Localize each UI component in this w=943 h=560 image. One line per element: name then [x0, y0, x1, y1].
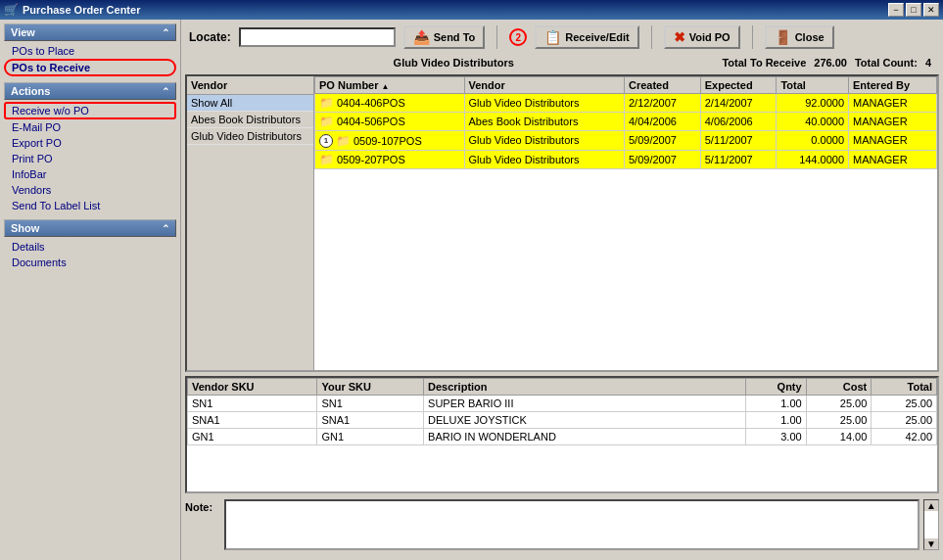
entered-by-cell: MANAGER: [849, 131, 937, 151]
detail-your-sku-cell: GN1: [317, 429, 424, 445]
locate-input[interactable]: [239, 27, 396, 47]
toolbar-separator-3: [752, 25, 753, 49]
created-header[interactable]: Created: [625, 77, 701, 94]
po-table-row[interactable]: 1 📁 0509-107POS Glub Video Distributors …: [315, 131, 937, 151]
view-section-header[interactable]: View ⌃: [4, 23, 176, 41]
po-table-row[interactable]: 📁 0509-207POS Glub Video Distributors 5/…: [315, 150, 937, 168]
sidebar-item-vendors[interactable]: Vendors: [4, 182, 176, 198]
show-section-header[interactable]: Show ⌃: [4, 219, 176, 237]
po-table-container: PO Number ▲ Vendor Created Expected Tota…: [314, 76, 937, 370]
sidebar-item-send-to-label-list[interactable]: Send To Label List: [4, 198, 176, 213]
toolbar-separator: [496, 25, 497, 49]
entered-by-header[interactable]: Entered By: [849, 77, 937, 94]
view-section-items: POs to Place POs to Receive: [4, 41, 176, 78]
content-area: Locate: 📤 Send To 2 📋 Receive/Edit ✖ Voi…: [181, 20, 943, 560]
detail-qnty-cell: 1.00: [745, 396, 806, 412]
folder-icon: 📁: [319, 153, 334, 166]
actions-chevron-icon: ⌃: [162, 86, 169, 97]
view-section: View ⌃ POs to Place POs to Receive: [4, 23, 176, 78]
detail-total-cell: 25.00: [872, 412, 937, 429]
note-scrollbar-down[interactable]: ▼: [924, 538, 938, 549]
total-cell: 40.0000: [777, 113, 849, 131]
sidebar-item-email-po[interactable]: E-Mail PO: [4, 119, 176, 135]
detail-vendor-sku-header[interactable]: Vendor SKU: [188, 379, 317, 396]
total-count-value: 4: [925, 57, 931, 69]
sidebar-item-export-po[interactable]: Export PO: [4, 135, 176, 151]
maximize-button[interactable]: □: [906, 3, 921, 17]
locate-label: Locate:: [189, 30, 231, 44]
detail-table-row[interactable]: GN1 GN1 BARIO IN WONDERLAND 3.00 14.00 4…: [188, 429, 937, 445]
sidebar-item-documents[interactable]: Documents: [4, 255, 176, 270]
detail-cost-cell: 25.00: [806, 412, 872, 429]
sidebar-item-receive-wo-po[interactable]: Receive w/o PO: [4, 102, 176, 119]
actions-section-items: Receive w/o PO E-Mail PO Export PO Print…: [4, 100, 176, 215]
toolbar-separator-2: [651, 25, 652, 49]
total-to-receive-label: Total To Receive: [722, 57, 806, 69]
vendor-cell: Glub Video Distributors: [464, 150, 624, 168]
folder-icon: 📁: [319, 115, 334, 128]
detail-total-cell: 25.00: [872, 396, 937, 412]
po-table: PO Number ▲ Vendor Created Expected Tota…: [314, 76, 937, 169]
total-to-receive-value: 276.00: [814, 57, 847, 69]
sidebar-item-details[interactable]: Details: [4, 239, 176, 255]
detail-cost-cell: 14.00: [806, 429, 872, 445]
receive-edit-button[interactable]: 📋 Receive/Edit: [535, 25, 638, 49]
detail-description-header[interactable]: Description: [424, 379, 745, 396]
total-cell: 144.0000: [777, 150, 849, 168]
note-input[interactable]: [224, 499, 919, 550]
detail-qnty-header[interactable]: Qnty: [745, 379, 806, 396]
note-section: Note: ▲ ▼: [185, 497, 939, 556]
distributor-name: Glub Video Distributors: [193, 57, 714, 69]
vendor-cell: Abes Book Distributors: [464, 113, 624, 131]
total-count-label: Total Count:: [855, 57, 918, 69]
folder-icon: 📁: [336, 134, 351, 148]
toolbar: Locate: 📤 Send To 2 📋 Receive/Edit ✖ Voi…: [185, 23, 939, 51]
folder-icon: 📁: [319, 96, 334, 110]
po-table-row[interactable]: 📁 0404-406POS Glub Video Distributors 2/…: [315, 94, 937, 113]
vendor-list: Vendor Show All Abes Book Distributors G…: [187, 76, 314, 370]
main-container: View ⌃ POs to Place POs to Receive Actio…: [0, 20, 943, 560]
vendor-item-glub[interactable]: Glub Video Distributors: [187, 128, 313, 145]
title-bar-controls: − □ ✕: [888, 3, 939, 17]
close-icon: 🚪: [775, 29, 791, 45]
detail-your-sku-header[interactable]: Your SKU: [317, 379, 424, 396]
void-po-icon: ✖: [674, 29, 685, 45]
expected-header[interactable]: Expected: [700, 77, 777, 94]
sidebar-item-infobar[interactable]: InfoBar: [4, 166, 176, 182]
actions-section-header[interactable]: Actions ⌃: [4, 82, 176, 100]
vendor-col-header: Vendor: [187, 76, 313, 95]
detail-total-header[interactable]: Total: [872, 379, 937, 396]
close-button[interactable]: 🚪 Close: [765, 25, 834, 49]
sidebar-item-print-po[interactable]: Print PO: [4, 151, 176, 166]
minimize-button[interactable]: −: [888, 3, 904, 17]
vendor-item-abes[interactable]: Abes Book Distributors: [187, 112, 313, 128]
expected-cell: 5/11/2007: [700, 131, 777, 151]
po-number-cell: 📁 0509-207POS: [315, 150, 465, 168]
detail-qnty-cell: 1.00: [745, 412, 806, 429]
created-cell: 4/04/2006: [625, 113, 701, 131]
show-section-items: Details Documents: [4, 237, 176, 272]
vendor-cell: Glub Video Distributors: [464, 94, 624, 113]
actions-section: Actions ⌃ Receive w/o PO E-Mail PO Expor…: [4, 82, 176, 215]
entered-by-cell: MANAGER: [849, 113, 937, 131]
send-to-button[interactable]: 📤 Send To: [403, 25, 486, 49]
total-header[interactable]: Total: [777, 77, 849, 94]
title-bar: 🛒 Purchase Order Center − □ ✕: [0, 0, 943, 20]
detail-table-row[interactable]: SN1 SN1 SUPER BARIO III 1.00 25.00 25.00: [188, 396, 937, 412]
vendor-col-header2[interactable]: Vendor: [464, 77, 624, 94]
po-number-header[interactable]: PO Number ▲: [315, 77, 465, 94]
detail-cost-header[interactable]: Cost: [806, 379, 872, 396]
titlebar-close-button[interactable]: ✕: [923, 3, 939, 17]
detail-qnty-cell: 3.00: [745, 429, 806, 445]
vendor-item-showall[interactable]: Show All: [187, 95, 313, 112]
po-number-cell: 1 📁 0509-107POS: [315, 131, 465, 151]
detail-section: Vendor SKU Your SKU Description Qnty Cos…: [185, 376, 939, 493]
sidebar-item-pos-to-place[interactable]: POs to Place: [4, 43, 176, 59]
detail-table-row[interactable]: SNA1 SNA1 DELUXE JOYSTICK 1.00 25.00 25.…: [188, 412, 937, 429]
detail-total-cell: 42.00: [872, 429, 937, 445]
po-table-row[interactable]: 📁 0404-506POS Abes Book Distributors 4/0…: [315, 113, 937, 131]
po-section: Vendor Show All Abes Book Distributors G…: [185, 74, 939, 372]
sidebar-item-pos-to-receive[interactable]: POs to Receive: [4, 59, 176, 76]
note-scrollbar-up[interactable]: ▲: [924, 500, 938, 511]
void-po-button[interactable]: ✖ Void PO: [664, 25, 740, 49]
